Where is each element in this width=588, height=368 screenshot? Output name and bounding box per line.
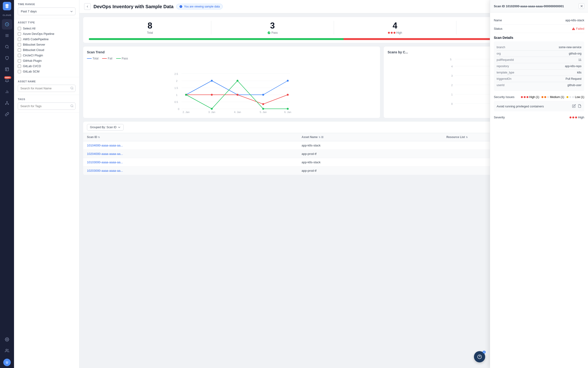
tags-search-button[interactable]	[70, 104, 74, 108]
azure-devops-checkbox[interactable]	[18, 32, 21, 36]
nav-item-settings[interactable]	[2, 334, 12, 345]
asset-name-section: ASSET NAME	[14, 77, 79, 95]
stat-pass-value: 3	[216, 21, 329, 31]
asset-name-sort-icon[interactable]: ⇅	[318, 136, 320, 138]
asset-name-search-button[interactable]	[70, 86, 74, 90]
asset-name-search-input[interactable]	[18, 85, 76, 92]
scan-id-link[interactable]: 10203000-aaaa-aaaa-aa...	[87, 169, 123, 172]
scan-trend-svg-wrap: 0 0.5 1 1.5 2 2.5 2. Jan	[87, 62, 376, 114]
stat-total: 8 Total	[89, 21, 211, 34]
edit-icon[interactable]	[572, 104, 576, 109]
svg-point-49	[237, 80, 238, 82]
legend-total-label: Total	[93, 57, 98, 60]
stat-pass: 3 Pass	[211, 21, 334, 34]
severity-key: Severity	[494, 116, 505, 119]
scan-details-fields: branch some-new-service org github-org p…	[494, 41, 584, 91]
circleci-checkbox-item[interactable]: CircleCI Plugin	[18, 53, 76, 58]
github-plugin-checkbox-item[interactable]: GitHub Plugin	[18, 58, 76, 63]
col-asset-name: Asset Name ⇅ ⊞	[298, 133, 443, 141]
high-badge-text: High (1)	[529, 95, 539, 99]
svg-point-14	[7, 339, 8, 340]
resource-list-sort-icon[interactable]: ⇅	[466, 136, 468, 138]
scan-id-link[interactable]: 10103000-aaaa-aaaa-aa...	[87, 160, 123, 164]
nav-item-integrations[interactable]	[2, 109, 12, 119]
nav-item-chart[interactable]	[2, 87, 12, 97]
select-all-checkbox-item[interactable]: Select All	[18, 26, 76, 31]
gitlab-scm-checkbox-item[interactable]: GitLab SCM	[18, 69, 76, 74]
nav-item-shield[interactable]	[2, 53, 12, 63]
gitlab-scm-label: GitLab SCM	[23, 70, 39, 73]
scan-id-sort-icon[interactable]: ⇅	[98, 136, 100, 138]
svg-rect-5	[5, 68, 9, 71]
cell-asset-name: app-k8s-stack	[298, 141, 443, 150]
status-failed-text: Failed	[576, 27, 584, 30]
nav-item-list[interactable]	[2, 30, 12, 41]
pull-request-id-key: pullRequestId	[497, 58, 514, 62]
field-org: org github-org	[497, 51, 581, 57]
github-plugin-checkbox[interactable]	[18, 59, 21, 63]
nav-item-search[interactable]	[2, 42, 12, 52]
svg-text:0: 0	[451, 102, 453, 105]
bitbucket-cloud-checkbox[interactable]	[18, 48, 21, 52]
svg-point-43	[211, 94, 213, 96]
low-badge: Low (1)	[567, 95, 584, 99]
gitlab-cicd-checkbox[interactable]	[18, 64, 21, 68]
detail-panel-body: Name app-k8s-stack Status Failed Scan De…	[490, 12, 588, 125]
asset-type-section: ASSET TYPE Select All Azure DevOps Pipel…	[14, 18, 79, 77]
nav-item-dashboard[interactable]	[2, 19, 12, 29]
time-range-select[interactable]: Past 7 days Past 30 days Past 90 days Cu…	[18, 8, 76, 15]
svg-point-48	[211, 108, 213, 110]
aws-codepipeline-checkbox-item[interactable]: AWS CodePipeline	[18, 37, 76, 42]
severity-value-wrap: High	[570, 116, 584, 119]
grouped-by-button[interactable]: Grouped By: Scan ID	[87, 124, 124, 130]
bitbucket-cloud-checkbox-item[interactable]: Bitbucket Cloud	[18, 47, 76, 53]
user-avatar[interactable]: U	[3, 359, 11, 366]
stat-high-label: High	[339, 31, 452, 34]
asset-name-col-icon[interactable]: ⊞	[321, 136, 324, 139]
medium-badge: Medium (1)	[542, 95, 564, 99]
bitbucket-server-checkbox-item[interactable]: Bitbucket Server	[18, 42, 76, 47]
scan-trend-title: Scan Trend	[87, 50, 376, 54]
aws-codepipeline-checkbox[interactable]	[18, 38, 21, 41]
gitlab-cicd-checkbox-item[interactable]: GitLab CI/CD	[18, 63, 76, 69]
select-all-checkbox[interactable]	[18, 27, 21, 30]
stat-total-value: 8	[94, 21, 206, 31]
nav-item-alerts[interactable]: 9999+	[2, 75, 12, 86]
scan-id-link[interactable]: 10104000-aaaa-aaaa-aa...	[87, 144, 123, 147]
security-issues-badges: High (1) Medium (1) Low (1)	[521, 95, 584, 99]
chart-legend: Total Fail Pass	[87, 57, 376, 60]
detail-name-key: Name	[494, 18, 502, 22]
circleci-checkbox[interactable]	[18, 54, 21, 57]
svg-text:1: 1	[176, 93, 177, 96]
svg-text:2. Jan: 2. Jan	[183, 111, 190, 113]
high-badge: High (1)	[521, 95, 539, 99]
document-icon[interactable]	[578, 104, 581, 109]
field-branch: branch some-new-service	[497, 44, 581, 51]
nav-item-user-connect[interactable]	[2, 346, 12, 356]
svg-text:2: 2	[451, 84, 453, 87]
scan-id-link[interactable]: 10204000-aaaa-aaaa-aa...	[87, 152, 123, 156]
detail-scan-id-title: Scan ID 10102000-aaaa-aaaa-aaaa-00000000…	[494, 4, 564, 8]
user-id-value: github-user	[567, 83, 581, 87]
circleci-label: CircleCI Plugin	[23, 54, 43, 57]
svg-point-40	[262, 94, 264, 96]
help-button[interactable]: 6	[474, 351, 485, 362]
app-logo[interactable]	[3, 2, 11, 10]
tags-search-input[interactable]	[18, 102, 76, 110]
gitlab-scm-checkbox[interactable]	[18, 70, 21, 73]
nav-item-reports[interactable]	[2, 64, 12, 74]
nav-item-network[interactable]	[2, 98, 12, 108]
filter-sidebar: TIME RANGE Past 7 days Past 30 days Past…	[14, 0, 79, 368]
svg-text:4: 4	[451, 65, 453, 68]
svg-text:2.5: 2.5	[174, 73, 178, 75]
help-icon	[477, 354, 482, 359]
azure-devops-checkbox-item[interactable]: Azure DevOps Pipeline	[18, 31, 76, 37]
bitbucket-server-checkbox[interactable]	[18, 43, 21, 46]
stat-total-label: Total	[94, 31, 206, 34]
svg-point-11	[7, 101, 8, 102]
field-template-type: template_type k8s	[497, 69, 581, 76]
detail-panel-close-button[interactable]: ✕	[579, 3, 584, 9]
bitbucket-server-label: Bitbucket Server	[23, 43, 45, 46]
pass-label-text: Pass	[272, 31, 278, 34]
sidebar-toggle-button[interactable]	[84, 3, 91, 10]
